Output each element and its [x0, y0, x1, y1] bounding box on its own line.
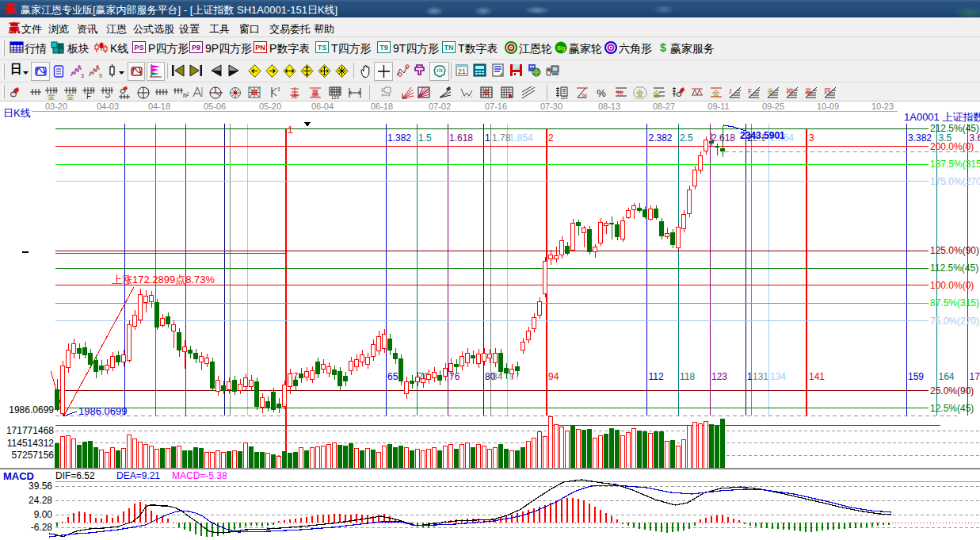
svg-text:1.78: 1.78: [492, 132, 511, 144]
svg-text:08-13: 08-13: [598, 101, 620, 111]
svg-text:T9: T9: [379, 44, 388, 52]
svg-text:赢: 赢: [8, 21, 21, 34]
svg-text:06-18: 06-18: [371, 101, 393, 111]
svg-text:75.0%(270): 75.0%(270): [930, 316, 979, 327]
svg-text:%: %: [582, 92, 587, 99]
svg-text:09-11: 09-11: [707, 101, 729, 111]
svg-text:PS: PS: [134, 44, 143, 52]
svg-text:赢: 赢: [805, 87, 812, 95]
svg-text:1.618: 1.618: [449, 132, 473, 144]
svg-text:TN: TN: [444, 44, 454, 52]
svg-text:金: 金: [66, 92, 74, 100]
svg-text:170: 170: [970, 371, 980, 382]
svg-text:06-04: 06-04: [311, 101, 334, 111]
svg-text:3: 3: [809, 132, 814, 144]
svg-text:123: 123: [711, 371, 727, 382]
svg-text:TS: TS: [318, 44, 327, 52]
svg-text:3.618: 3.618: [970, 132, 980, 144]
svg-text:1: 1: [747, 371, 753, 382]
svg-text:金: 金: [635, 89, 644, 98]
svg-text:n²: n²: [183, 91, 189, 99]
svg-text:05-20: 05-20: [259, 101, 281, 111]
svg-text:2.5: 2.5: [680, 132, 693, 144]
svg-text:金: 金: [711, 89, 720, 98]
svg-text:3: 3: [81, 73, 84, 79]
svg-text:1: 1: [485, 132, 490, 144]
svg-text:134: 134: [770, 371, 786, 382]
svg-text:1A0001 上证指数: 1A0001 上证指数: [904, 111, 980, 123]
svg-text:131: 131: [753, 371, 768, 382]
svg-text:神: 神: [291, 93, 298, 100]
svg-text:-6.28: -6.28: [31, 522, 53, 533]
svg-text:PN: PN: [255, 44, 265, 52]
svg-text:123: 123: [561, 95, 568, 100]
svg-text:金: 金: [47, 92, 55, 100]
svg-text:100.0%(0): 100.0%(0): [930, 280, 974, 291]
svg-text:日K线: 日K线: [3, 107, 31, 119]
svg-text:神: 神: [786, 87, 793, 95]
svg-text:3.382: 3.382: [908, 132, 932, 144]
svg-text:187.5%(315): 187.5%(315): [930, 159, 980, 170]
svg-text:118: 118: [680, 371, 695, 382]
svg-text:9.00: 9.00: [34, 509, 53, 520]
svg-text:1986.0699: 1986.0699: [78, 405, 127, 417]
svg-text:125.0%(90): 125.0%(90): [930, 245, 979, 256]
svg-text:03-20: 03-20: [45, 101, 67, 111]
svg-text:10-09: 10-09: [817, 101, 839, 111]
svg-text:J: J: [729, 87, 732, 95]
svg-text:25.0%(90): 25.0%(90): [930, 385, 974, 396]
svg-text:04-03: 04-03: [97, 101, 119, 111]
svg-text:07-02: 07-02: [429, 101, 451, 111]
svg-text:08-27: 08-27: [653, 101, 675, 111]
svg-text:赢: 赢: [311, 89, 319, 98]
svg-text:04-18: 04-18: [148, 101, 170, 111]
svg-text:DIF=6.52: DIF=6.52: [55, 470, 95, 481]
svg-text:赢: 赢: [4, 2, 17, 15]
svg-text:P9: P9: [192, 44, 200, 52]
svg-text:39.56: 39.56: [29, 481, 52, 492]
svg-text:1.382: 1.382: [387, 132, 411, 144]
svg-text:10-23: 10-23: [871, 101, 894, 111]
svg-text:F: F: [748, 87, 752, 95]
svg-text:159: 159: [908, 371, 924, 382]
svg-text:87.5%(315): 87.5%(315): [930, 297, 979, 308]
svg-text:金: 金: [652, 90, 661, 98]
svg-text:200.0%(0): 200.0%(0): [930, 141, 974, 152]
svg-text:07-30: 07-30: [540, 101, 562, 111]
svg-text:175.0%(270): 175.0%(270): [930, 176, 980, 187]
svg-text:9: 9: [99, 73, 102, 79]
svg-text:F: F: [86, 92, 91, 100]
svg-text:2: 2: [548, 132, 554, 144]
svg-text:上涨172.2899点8.73%: 上涨172.2899点8.73%: [112, 274, 215, 285]
svg-text:Big: Big: [557, 45, 565, 52]
svg-text:1: 1: [288, 124, 293, 136]
svg-text:2.382: 2.382: [649, 132, 673, 144]
svg-text:四: 四: [824, 87, 831, 95]
svg-text:24.28: 24.28: [29, 495, 52, 506]
svg-text:12.5%(45): 12.5%(45): [930, 403, 974, 414]
svg-text:MACD=-5.38: MACD=-5.38: [172, 470, 227, 481]
svg-text:金: 金: [767, 87, 774, 95]
svg-text:2343.5901: 2343.5901: [740, 130, 785, 141]
svg-text:%: %: [616, 89, 623, 97]
svg-text:DEA=9.21: DEA=9.21: [116, 470, 160, 481]
svg-text:84: 84: [492, 371, 503, 382]
svg-text:1.5: 1.5: [418, 132, 432, 144]
svg-text:07-16: 07-16: [485, 101, 507, 111]
svg-text:1.854: 1.854: [509, 132, 533, 144]
svg-text:94: 94: [548, 371, 559, 382]
svg-text:1986.0699: 1986.0699: [9, 404, 54, 416]
svg-text:2.618: 2.618: [711, 132, 735, 144]
svg-text:65: 65: [387, 371, 398, 382]
svg-text:3.5: 3.5: [939, 132, 952, 144]
svg-text:112.5%(45): 112.5%(45): [930, 262, 978, 274]
svg-text:112: 112: [649, 371, 664, 382]
svg-text:05-06: 05-06: [204, 101, 226, 111]
svg-text:%: %: [597, 87, 606, 99]
svg-text:21: 21: [458, 67, 466, 75]
svg-text:123: 123: [331, 95, 340, 100]
svg-text:114514312: 114514312: [7, 438, 55, 449]
svg-text:09-25: 09-25: [762, 101, 784, 111]
svg-text:141: 141: [809, 371, 825, 382]
svg-text:$: $: [660, 41, 666, 54]
